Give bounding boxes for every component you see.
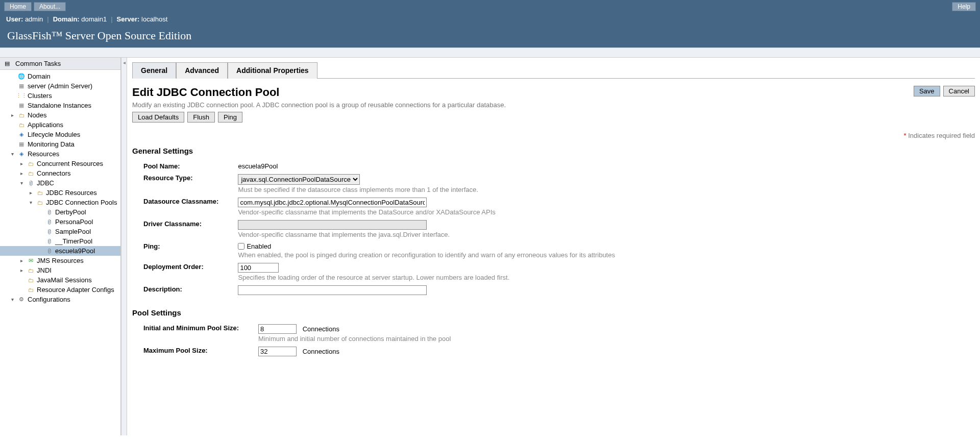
tree-item[interactable]: 🛢SamplePool [0, 227, 120, 236]
tree-item[interactable]: 🛢escuela9Pool [0, 246, 120, 256]
top-buttons-row: Home About... Help [0, 0, 980, 13]
tab-additional-properties[interactable]: Additional Properties [228, 62, 317, 79]
deployment-order-input[interactable] [238, 263, 279, 273]
ping-button[interactable]: Ping [218, 112, 242, 123]
globe-icon: 🌐 [17, 73, 26, 80]
tree-item-label: Monitoring Data [28, 140, 75, 148]
datasource-classname-label: Datasource Classname: [139, 196, 234, 218]
tree-item[interactable]: 🗀Resource Adapter Configs [0, 285, 120, 295]
tree-item[interactable]: ▸🗀JNDI [0, 265, 120, 275]
home-button[interactable]: Home [4, 2, 32, 11]
tree-item[interactable]: 🛢DerbyPool [0, 207, 120, 217]
tree-toggle-icon[interactable]: ▸ [20, 258, 26, 263]
server-label: Server: [117, 15, 140, 23]
user-label: User: [6, 15, 23, 23]
cluster-icon: ⋮⋮ [17, 92, 26, 100]
domain-value: domain1 [81, 15, 107, 23]
tree-item-label: JMS Resources [37, 257, 84, 264]
tree-item[interactable]: ▦Monitoring Data [0, 139, 120, 149]
tree-item[interactable]: ▦Standalone Instances [0, 101, 120, 110]
tab-advanced[interactable]: Advanced [176, 62, 228, 79]
tree-item[interactable]: ▸🗀Concurrent Resources [0, 159, 120, 168]
header-bar: Home About... Help User: admin | Domain:… [0, 0, 980, 47]
right-actions: Save Cancel [914, 86, 975, 96]
driver-classname-label: Driver Classname: [139, 218, 234, 240]
datasource-classname-input[interactable] [238, 198, 427, 207]
tree-item[interactable]: 🗀JavaMail Sessions [0, 275, 120, 285]
jms-icon: ✉ [27, 257, 35, 264]
tree-item[interactable]: ◈Lifecycle Modules [0, 130, 120, 139]
resource-type-hint: Must be specified if the datasource clas… [238, 186, 615, 193]
tree-item-label: Resources [28, 150, 59, 158]
tree-item[interactable]: 🗀Applications [0, 120, 120, 130]
tree-item-label: __TimerPool [55, 237, 92, 245]
tree-item-label: Concurrent Resources [37, 160, 103, 167]
tree-toggle-icon[interactable]: ▾ [20, 180, 26, 186]
tree-toggle-icon[interactable]: ▸ [20, 170, 26, 176]
ping-enabled-checkbox[interactable] [238, 243, 244, 250]
tree-item-label: PersonaPool [55, 218, 93, 226]
save-button[interactable]: Save [914, 86, 940, 96]
load-defaults-button[interactable]: Load Defaults [132, 112, 184, 123]
folder-icon: 🗀 [27, 267, 35, 274]
flush-button[interactable]: Flush [187, 112, 215, 123]
help-button[interactable]: Help [952, 2, 976, 11]
tree-item[interactable]: ▸✉JMS Resources [0, 256, 120, 265]
tree-toggle-icon[interactable]: ▾ [11, 151, 16, 157]
tree-item[interactable]: ▾◈Resources [0, 149, 120, 159]
tree-item[interactable]: ▸🗀JDBC Resources [0, 188, 120, 198]
ping-enabled-label: Enabled [247, 242, 271, 250]
initial-pool-size-hint: Minimum and initial number of connection… [258, 335, 451, 343]
user-value: admin [25, 15, 43, 23]
tree-item-label: JDBC [37, 179, 54, 187]
tree-item[interactable]: 🛢__TimerPool [0, 236, 120, 246]
tree-toggle-icon[interactable]: ▸ [20, 161, 26, 166]
tree-item[interactable]: ▦server (Admin Server) [0, 81, 120, 91]
page-action-row: Load Defaults Flush Ping [132, 112, 506, 123]
max-pool-size-input[interactable] [258, 347, 297, 356]
conf-icon: ⚙ [17, 296, 26, 303]
tree-item[interactable]: ▸🗀Connectors [0, 168, 120, 178]
ping-hint: When enabled, the pool is pinged during … [238, 251, 615, 259]
tree-item[interactable]: 🛢PersonaPool [0, 217, 120, 227]
cancel-button[interactable]: Cancel [943, 86, 975, 96]
top-left-buttons: Home About... [4, 2, 66, 11]
page-title: Edit JDBC Connection Pool [132, 86, 506, 99]
tree-item[interactable]: ⋮⋮Clusters [0, 91, 120, 101]
tree-toggle-icon[interactable]: ▾ [11, 297, 16, 302]
tree-item[interactable]: ▾⚙Configurations [0, 295, 120, 304]
initial-pool-size-input[interactable] [258, 324, 297, 334]
ping-label: Ping: [139, 240, 234, 261]
top-right-buttons: Help [952, 2, 976, 11]
description-input[interactable] [238, 285, 427, 295]
tree-item-label: escuela9Pool [55, 247, 95, 255]
pool-settings-table: Initial and Minimum Pool Size: Connectio… [139, 322, 455, 358]
tree-item[interactable]: ▸🗀Nodes [0, 110, 120, 120]
max-pool-size-label: Maximum Pool Size: [139, 345, 254, 358]
tree-toggle-icon[interactable]: ▸ [30, 190, 35, 196]
cube-icon: ◈ [17, 131, 26, 138]
userinfo-bar: User: admin | Domain: domain1 | Server: … [0, 13, 980, 25]
initial-pool-size-unit: Connections [303, 325, 339, 333]
pool-name-value: escuela9Pool [238, 162, 278, 170]
tree-toggle-icon[interactable]: ▾ [30, 200, 35, 205]
tree-toggle-icon[interactable]: ▸ [11, 112, 16, 118]
resource-type-label: Resource Type: [139, 172, 234, 196]
tab-general[interactable]: General [132, 62, 176, 79]
tree-item[interactable]: 🌐Domain [0, 71, 120, 81]
tree-item[interactable]: ▾🗀JDBC Connection Pools [0, 198, 120, 207]
db-icon: 🛢 [45, 209, 53, 216]
splitter[interactable]: ◂ [121, 58, 127, 435]
folder-icon: 🗀 [36, 189, 44, 197]
server-icon: ▦ [17, 102, 26, 109]
resource-type-select[interactable]: javax.sql.ConnectionPoolDataSource [238, 174, 360, 185]
domain-label: Domain: [53, 15, 80, 23]
db-icon: 🛢 [45, 248, 53, 255]
tree-item[interactable]: ▾🛢JDBC [0, 178, 120, 188]
tree-toggle-icon[interactable]: ▸ [20, 267, 26, 273]
description-label: Description: [139, 283, 234, 297]
about-button[interactable]: About... [34, 2, 66, 11]
tree-item-label: server (Admin Server) [28, 82, 92, 90]
required-note: * Indicates required field [132, 132, 975, 139]
server-icon: ▦ [17, 83, 26, 90]
